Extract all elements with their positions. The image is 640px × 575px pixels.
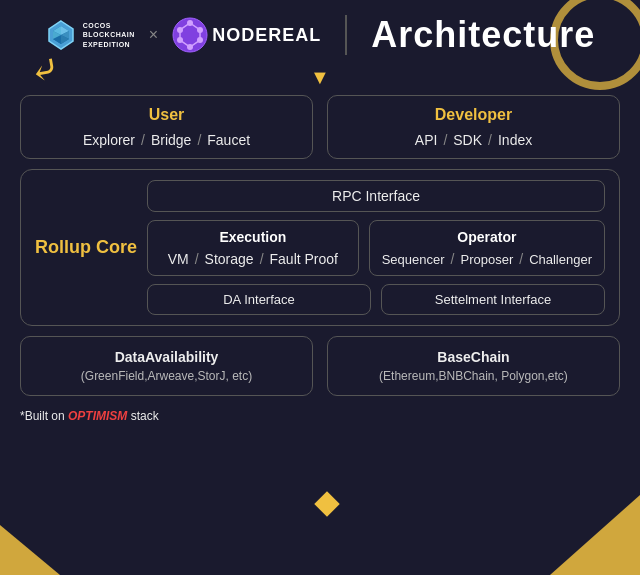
operator-box: Operator Sequencer / Proposer / Challeng… — [369, 220, 605, 276]
exec-sep-2: / — [260, 251, 264, 267]
data-availability-box: DataAvailability (GreenField,Arweave,Sto… — [20, 336, 313, 396]
settlement-interface-label: Settelment Interface — [435, 292, 551, 307]
exec-sep-1: / — [195, 251, 199, 267]
cocos-logo-text: COCOS BLOCKCHAIN EXPEDITION — [83, 21, 135, 48]
data-availability-subtitle: (GreenField,Arweave,StorJ, etc) — [37, 369, 296, 383]
execution-box: Execution VM / Storage / Fault Proof — [147, 220, 359, 276]
cocos-logo: COCOS BLOCKCHAIN EXPEDITION — [45, 19, 135, 51]
rpc-interface-bar: RPC Interface — [147, 180, 605, 212]
execution-items: VM / Storage / Fault Proof — [160, 251, 346, 267]
bg-diamond-decoration — [314, 491, 339, 516]
user-panel: User Explorer / Bridge / Faucet — [20, 95, 313, 159]
dev-item-api: API — [415, 132, 438, 148]
dev-item-sdk: SDK — [453, 132, 482, 148]
down-arrow-indicator: ▼ — [0, 66, 640, 89]
exec-fault-proof: Fault Proof — [270, 251, 338, 267]
user-panel-items: Explorer / Bridge / Faucet — [37, 132, 296, 148]
svg-point-12 — [197, 37, 203, 43]
developer-panel: Developer API / SDK / Index — [327, 95, 620, 159]
bottom-boxes-row: DataAvailability (GreenField,Arweave,Sto… — [20, 336, 620, 396]
rollup-inner: RPC Interface Execution VM / Storage / F… — [147, 180, 605, 315]
settlement-interface-box: Settelment Interface — [381, 284, 605, 315]
base-chain-subtitle: (Ethereum,BNBChain, Polygon,etc) — [344, 369, 603, 383]
exec-storage: Storage — [205, 251, 254, 267]
nodereal-text: NODEREAL — [212, 25, 321, 46]
header: COCOS BLOCKCHAIN EXPEDITION × NODEREAL A… — [0, 0, 640, 66]
developer-panel-items: API / SDK / Index — [344, 132, 603, 148]
rollup-core-section: Rollup Core RPC Interface Execution VM /… — [20, 169, 620, 326]
nodereal-logo: NODEREAL — [172, 17, 321, 53]
dev-item-index: Index — [498, 132, 532, 148]
user-panel-title: User — [37, 106, 296, 124]
da-interface-label: DA Interface — [223, 292, 295, 307]
user-sep-2: / — [197, 132, 201, 148]
op-sep-1: / — [451, 251, 455, 267]
dev-sep-1: / — [443, 132, 447, 148]
nodereal-icon — [172, 17, 208, 53]
svg-point-13 — [187, 44, 193, 50]
page-title: Architecture — [371, 14, 595, 56]
cocos-diamond-icon — [45, 19, 77, 51]
rollup-label: Rollup Core — [35, 237, 137, 258]
svg-point-14 — [177, 37, 183, 43]
header-divider — [345, 15, 347, 55]
operator-items: Sequencer / Proposer / Challenger — [382, 251, 592, 267]
base-chain-title: BaseChain — [344, 349, 603, 365]
footer-optimism-text: OPTIMISM — [68, 409, 127, 423]
exec-operator-row: Execution VM / Storage / Fault Proof Ope… — [147, 220, 605, 276]
svg-point-10 — [187, 20, 193, 26]
da-interface-box: DA Interface — [147, 284, 371, 315]
exec-vm: VM — [168, 251, 189, 267]
op-sep-2: / — [519, 251, 523, 267]
svg-point-11 — [197, 27, 203, 33]
operator-title: Operator — [382, 229, 592, 245]
user-item-bridge: Bridge — [151, 132, 191, 148]
footer-prefix: *Built on — [20, 409, 68, 423]
bg-triangle-bottom-left — [0, 525, 60, 575]
op-proposer: Proposer — [460, 252, 513, 267]
developer-panel-title: Developer — [344, 106, 603, 124]
data-availability-title: DataAvailability — [37, 349, 296, 365]
dev-sep-2: / — [488, 132, 492, 148]
svg-point-15 — [177, 27, 183, 33]
execution-title: Execution — [160, 229, 346, 245]
user-developer-row: User Explorer / Bridge / Faucet Develope… — [20, 95, 620, 159]
footer: *Built on OPTIMISM stack — [0, 404, 640, 428]
user-item-faucet: Faucet — [207, 132, 250, 148]
user-sep-1: / — [141, 132, 145, 148]
cross-symbol: × — [149, 26, 158, 44]
rpc-label: RPC Interface — [332, 188, 420, 204]
main-content: User Explorer / Bridge / Faucet Develope… — [0, 91, 640, 396]
da-settle-row: DA Interface Settelment Interface — [147, 284, 605, 315]
op-challenger: Challenger — [529, 252, 592, 267]
bg-triangle-bottom-right — [550, 495, 640, 575]
base-chain-box: BaseChain (Ethereum,BNBChain, Polygon,et… — [327, 336, 620, 396]
footer-suffix: stack — [127, 409, 158, 423]
op-sequencer: Sequencer — [382, 252, 445, 267]
user-item-explorer: Explorer — [83, 132, 135, 148]
footer-text: *Built on OPTIMISM stack — [20, 409, 159, 423]
